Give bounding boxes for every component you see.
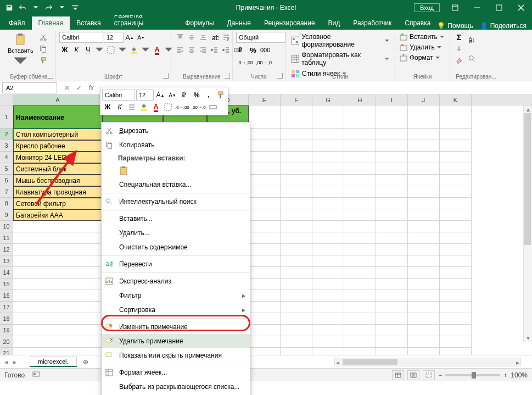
- col-header-K[interactable]: K: [440, 94, 472, 105]
- cell[interactable]: [440, 290, 472, 302]
- view-page-break-button[interactable]: [423, 370, 435, 380]
- tab-formulas[interactable]: Формулы: [178, 16, 220, 30]
- cell[interactable]: [408, 336, 440, 348]
- cell[interactable]: [249, 152, 281, 163]
- tab-review[interactable]: Рецензирование: [257, 16, 322, 30]
- row-header[interactable]: 3: [0, 140, 13, 152]
- tab-file[interactable]: Файл: [2, 16, 32, 30]
- cell[interactable]: [344, 105, 376, 129]
- undo-dropdown-icon[interactable]: [30, 2, 42, 14]
- cell[interactable]: [281, 186, 312, 198]
- vertical-scrollbar[interactable]: ▴ ▾: [523, 105, 532, 342]
- cell[interactable]: [344, 232, 376, 244]
- cell[interactable]: [344, 186, 376, 198]
- ctx-format-cells[interactable]: Формат ячеек...: [102, 365, 250, 380]
- cell[interactable]: [13, 336, 103, 348]
- row-header[interactable]: 13: [0, 255, 13, 267]
- paste-button[interactable]: Вставить: [5, 32, 36, 80]
- cell[interactable]: [312, 244, 344, 255]
- cell[interactable]: [408, 255, 440, 267]
- row-header[interactable]: 21: [0, 348, 13, 355]
- cell[interactable]: [249, 279, 281, 290]
- borders-button[interactable]: [105, 44, 116, 55]
- cell[interactable]: [408, 221, 440, 232]
- cut-button[interactable]: [38, 32, 49, 43]
- clear-button[interactable]: [453, 55, 464, 66]
- cell[interactable]: [312, 105, 344, 129]
- mini-percent[interactable]: %: [191, 90, 202, 101]
- ctx-clear[interactable]: Очистить содержимое: [102, 240, 250, 254]
- enter-formula-button[interactable]: ✓: [74, 82, 85, 93]
- close-icon[interactable]: [510, 0, 532, 15]
- cell[interactable]: [408, 152, 440, 163]
- cell[interactable]: [312, 221, 344, 232]
- cell[interactable]: [408, 209, 440, 221]
- format-cells-button[interactable]: Формат: [399, 53, 446, 63]
- cell[interactable]: [281, 279, 312, 290]
- redo-dropdown-icon[interactable]: [56, 2, 68, 14]
- alignment-dialog-launcher[interactable]: [225, 73, 230, 79]
- cell[interactable]: [440, 209, 472, 221]
- cell[interactable]: [344, 336, 376, 348]
- bold-button[interactable]: Ж: [59, 44, 70, 55]
- cell[interactable]: [13, 348, 103, 355]
- cell[interactable]: [312, 348, 344, 355]
- row-header[interactable]: 20: [0, 336, 13, 348]
- cell[interactable]: [281, 152, 312, 163]
- cell[interactable]: [408, 175, 440, 186]
- cell[interactable]: [344, 152, 376, 163]
- mini-align[interactable]: [126, 102, 137, 113]
- cell[interactable]: [376, 336, 408, 348]
- scroll-left-icon[interactable]: ◂: [336, 359, 339, 366]
- row-header[interactable]: 19: [0, 325, 13, 336]
- cell[interactable]: [408, 186, 440, 198]
- undo-icon[interactable]: [16, 2, 29, 14]
- col-header-H[interactable]: H: [344, 94, 376, 105]
- sheet-tab[interactable]: microexcel.: [30, 357, 77, 367]
- row-header[interactable]: 14: [0, 267, 13, 279]
- zoom-level[interactable]: 100%: [511, 371, 528, 379]
- cell[interactable]: [440, 198, 472, 209]
- insert-cells-button[interactable]: Вставить: [399, 32, 446, 42]
- mini-dec-decimal[interactable]: ,00→,0: [191, 102, 206, 113]
- tab-view[interactable]: Вид: [322, 16, 347, 30]
- zoom-slider[interactable]: [445, 374, 500, 376]
- cell[interactable]: [312, 209, 344, 221]
- row-header[interactable]: 18: [0, 313, 13, 325]
- cell[interactable]: [312, 175, 344, 186]
- cell[interactable]: [440, 313, 472, 325]
- cell[interactable]: [344, 140, 376, 152]
- cell[interactable]: [13, 232, 103, 244]
- view-normal-button[interactable]: [392, 370, 404, 380]
- cell[interactable]: [440, 255, 472, 267]
- cell[interactable]: [440, 325, 472, 336]
- cell[interactable]: [376, 198, 408, 209]
- fill-color-button[interactable]: [128, 44, 139, 55]
- mini-merge[interactable]: [208, 102, 219, 113]
- cell[interactable]: [344, 325, 376, 336]
- cell[interactable]: [408, 140, 440, 152]
- cell[interactable]: [281, 175, 312, 186]
- cell[interactable]: [13, 302, 103, 313]
- clipboard-dialog-launcher[interactable]: [48, 73, 53, 79]
- cell[interactable]: [440, 175, 472, 186]
- cell[interactable]: [281, 302, 312, 313]
- zoom-out-button[interactable]: −: [438, 371, 442, 379]
- align-middle-button[interactable]: [186, 32, 197, 43]
- cancel-formula-button[interactable]: ✕: [61, 82, 72, 93]
- cell[interactable]: [13, 290, 103, 302]
- increase-font-button[interactable]: A▲: [124, 32, 135, 43]
- cell[interactable]: [440, 336, 472, 348]
- row-header[interactable]: 12: [0, 244, 13, 255]
- cell[interactable]: [344, 313, 376, 325]
- cell[interactable]: [312, 152, 344, 163]
- cell[interactable]: [376, 244, 408, 255]
- cell[interactable]: [249, 348, 281, 355]
- ctx-insert[interactable]: Вставить...: [102, 212, 250, 226]
- qat-customize-icon[interactable]: [69, 2, 81, 14]
- mini-accounting[interactable]: ₽: [179, 90, 190, 101]
- autosum-button[interactable]: Σ: [453, 32, 464, 43]
- delete-cells-button[interactable]: Удалить: [399, 42, 446, 52]
- cell[interactable]: [281, 105, 312, 129]
- cell[interactable]: [13, 279, 103, 290]
